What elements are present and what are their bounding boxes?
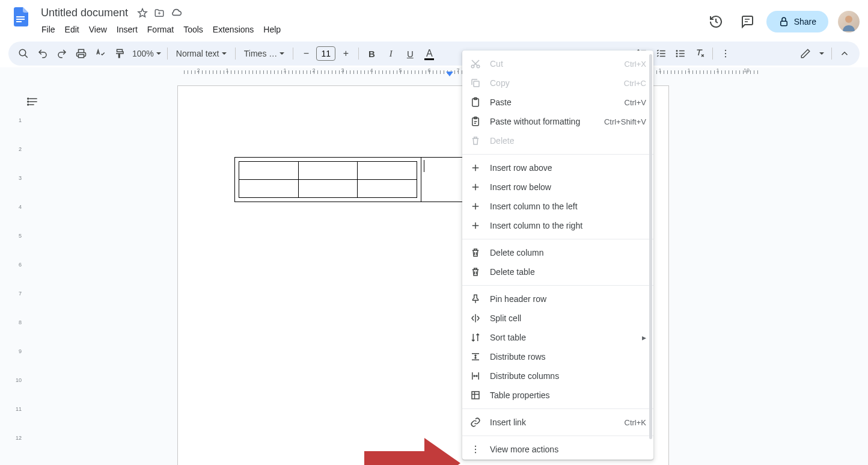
move-icon[interactable] (153, 7, 165, 19)
redo-icon[interactable] (53, 45, 71, 63)
svg-point-15 (28, 104, 29, 105)
paragraph-style-select[interactable]: Normal text (171, 49, 231, 58)
menu-separator (462, 436, 653, 436)
docs-logo[interactable] (8, 5, 32, 29)
menu-insert[interactable]: Insert (112, 22, 142, 37)
context-menu: Cut Ctrl+X Copy Ctrl+C Paste Ctrl+V Past… (462, 51, 653, 460)
dist-cols-icon (469, 370, 481, 382)
menu-file[interactable]: File (37, 22, 60, 37)
cm-pin-header-row[interactable]: Pin header row (462, 289, 653, 309)
avatar[interactable] (838, 11, 860, 32)
cm-delete: Delete (462, 131, 653, 150)
bulleted-list-icon[interactable] (671, 45, 689, 63)
svg-rect-3 (780, 21, 787, 26)
outer-cell-left[interactable] (235, 158, 421, 202)
inner-table[interactable] (239, 161, 417, 198)
indent-marker[interactable] (446, 72, 453, 77)
collapse-toolbar-icon[interactable] (836, 45, 854, 63)
cm-insert-column-to-the-left[interactable]: Insert column to the left (462, 197, 653, 216)
cm-sort-table[interactable]: Sort table ▸ (462, 328, 653, 347)
underline-button[interactable]: U (401, 45, 419, 63)
undo-icon[interactable] (34, 45, 52, 63)
checklist-icon[interactable] (652, 45, 670, 63)
toolbar: 100% Normal text Times … − + B I U A (8, 42, 860, 66)
cm-delete-table[interactable]: Delete table (462, 262, 653, 282)
header-main: Untitled document File Edit View Insert … (37, 5, 699, 38)
horizontal-ruler[interactable]: 211234567891111111119 (24, 67, 860, 77)
cm-insert-column-to-the-right[interactable]: Insert column to the right (462, 216, 653, 235)
share-button[interactable]: Share (766, 11, 828, 32)
cm-insert-link[interactable]: Insert link Ctrl+K (462, 413, 653, 432)
cm-distribute-columns[interactable]: Distribute columns (462, 366, 653, 386)
document-title[interactable]: Untitled document (37, 6, 132, 20)
cm-table-properties[interactable]: Table properties (462, 386, 653, 405)
print-icon[interactable] (72, 45, 90, 63)
increase-font-icon[interactable]: + (337, 45, 355, 63)
cm-insert-row-above[interactable]: Insert row above (462, 158, 653, 177)
zoom-select[interactable]: 100% (130, 49, 164, 58)
paint-format-icon[interactable] (111, 45, 129, 63)
chevron-down-icon (819, 52, 824, 55)
cm-paste[interactable]: Paste Ctrl+V (462, 93, 653, 112)
menu-tools[interactable]: Tools (179, 22, 207, 37)
svg-point-26 (475, 452, 476, 453)
more-toolbar-icon[interactable] (717, 45, 735, 63)
menu-separator (462, 285, 653, 286)
comments-icon[interactable] (735, 10, 759, 34)
plus-icon (469, 162, 481, 174)
menu-extensions[interactable]: Extensions (209, 22, 258, 37)
cm-insert-row-below[interactable]: Insert row below (462, 177, 653, 197)
svg-rect-1 (16, 19, 25, 20)
plus-icon (469, 200, 481, 212)
bold-button[interactable]: B (362, 45, 381, 63)
svg-point-4 (845, 16, 852, 23)
menu-scrollbar[interactable] (649, 54, 652, 439)
copy-icon (469, 77, 481, 89)
trash-icon (469, 247, 481, 259)
font-size-input[interactable] (316, 46, 335, 61)
menu-format[interactable]: Format (143, 22, 178, 37)
clear-formatting-icon[interactable] (691, 45, 709, 63)
cut-icon (469, 58, 481, 70)
menu-separator (462, 239, 653, 239)
table-props-icon (469, 389, 481, 401)
vertical-ruler[interactable]: 12345678910111213 (0, 77, 24, 465)
svg-point-16 (471, 65, 474, 68)
cloud-status-icon[interactable] (170, 7, 182, 19)
cm-paste-without-formatting[interactable]: Paste without formatting Ctrl+Shift+V (462, 112, 653, 131)
search-icon[interactable] (14, 45, 32, 63)
paste-nofmt-icon (469, 115, 481, 128)
editing-mode-button[interactable] (796, 45, 815, 63)
lock-icon (778, 16, 789, 27)
cm-delete-column[interactable]: Delete column (462, 243, 653, 262)
chevron-down-icon (156, 52, 161, 55)
star-icon[interactable] (136, 7, 148, 19)
history-icon[interactable] (704, 10, 728, 34)
paste-icon (469, 96, 481, 108)
cm-view-more-actions[interactable]: View more actions (462, 440, 653, 459)
outline-toggle-icon[interactable] (24, 93, 42, 111)
svg-rect-0 (16, 16, 25, 17)
svg-point-10 (725, 50, 726, 51)
dist-rows-icon (469, 351, 481, 363)
header-right: Share (704, 5, 860, 34)
spellcheck-icon[interactable] (91, 45, 109, 63)
svg-point-13 (28, 98, 29, 99)
decrease-font-icon[interactable]: − (297, 45, 315, 63)
app-header: Untitled document File Edit View Insert … (0, 0, 868, 38)
menu-view[interactable]: View (85, 22, 111, 37)
menubar: File Edit View Insert Format Tools Exten… (37, 21, 699, 38)
plus-icon (469, 181, 481, 193)
cm-distribute-rows[interactable]: Distribute rows (462, 347, 653, 366)
svg-point-25 (475, 449, 476, 450)
menu-edit[interactable]: Edit (61, 22, 84, 37)
font-select[interactable]: Times … (239, 49, 289, 58)
menu-help[interactable]: Help (259, 22, 285, 37)
more-icon (469, 443, 481, 455)
share-label: Share (794, 17, 816, 26)
cm-split-cell[interactable]: Split cell (462, 309, 653, 328)
text-color-button[interactable]: A (420, 45, 438, 63)
menu-separator (462, 408, 653, 409)
font-size-group: − + (297, 45, 355, 63)
italic-button[interactable]: I (382, 45, 400, 63)
